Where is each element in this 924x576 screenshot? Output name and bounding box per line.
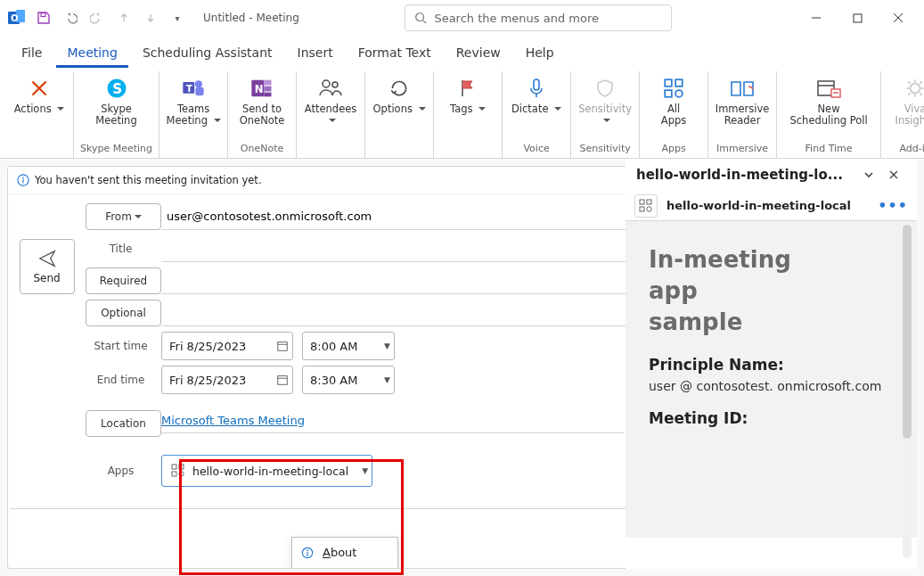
ribbon-options[interactable]: Options <box>372 71 427 115</box>
save-button[interactable] <box>32 5 55 30</box>
x-red-icon <box>28 75 51 102</box>
ribbon: Actions SSkypeMeetingSkype MeetingTTeams… <box>0 68 924 159</box>
calendar-icon <box>276 374 289 386</box>
svg-rect-50 <box>307 552 307 555</box>
minimize-button[interactable] <box>796 4 837 31</box>
ribbon-teams-meeting[interactable]: TTeamsMeeting <box>166 71 221 127</box>
tab-review[interactable]: Review <box>446 40 511 68</box>
ribbon-group-label: Sensitivity <box>579 141 630 158</box>
end-date-input[interactable]: Fri 8/25/2023 <box>161 366 293 394</box>
app-context-menu: About Settings Remove <box>291 537 398 568</box>
qat-customize[interactable]: ▾ <box>166 5 189 30</box>
ribbon-dictate[interactable]: Dictate <box>509 71 564 115</box>
ribbon-group-label: Voice <box>523 141 549 158</box>
ribbon-group-label: Immersive <box>716 141 768 158</box>
svg-text:S: S <box>112 81 122 97</box>
ribbon-skype-meeting[interactable]: SSkypeMeeting <box>89 71 144 127</box>
menu-about[interactable]: About <box>292 541 397 564</box>
ribbon-send-to-onenote[interactable]: NSend toOneNote <box>234 71 290 127</box>
svg-rect-33 <box>22 179 23 183</box>
ribbon-tags[interactable]: Tags <box>440 71 495 115</box>
panel-scrollbar[interactable] <box>903 225 912 558</box>
svg-point-55 <box>647 206 651 210</box>
svg-rect-53 <box>647 200 651 204</box>
reader-icon <box>729 75 756 102</box>
undo-button[interactable] <box>59 5 82 30</box>
side-panel: hello-world-in-meeting-lo... hello-world… <box>626 159 917 569</box>
flag-icon <box>457 75 478 102</box>
ribbon-group-label: OneNote <box>241 141 283 158</box>
from-button[interactable]: From <box>86 203 161 230</box>
ribbon-all-apps[interactable]: AllApps <box>646 71 701 127</box>
tab-help[interactable]: Help <box>515 40 565 68</box>
send-icon <box>37 249 57 268</box>
svg-text:T: T <box>186 83 193 94</box>
meeting-app-pill[interactable]: hello-world-in-meeting-local ▼ <box>161 455 372 487</box>
svg-point-20 <box>332 82 338 87</box>
info-text: You haven't sent this meeting invitation… <box>35 174 262 186</box>
ribbon-new-scheduling-poll[interactable]: NewScheduling Poll <box>783 71 874 127</box>
optional-button[interactable]: Optional <box>86 300 161 326</box>
panel-more-button[interactable]: ••• <box>878 197 908 214</box>
svg-text:N: N <box>255 83 264 95</box>
ribbon-group-label: Apps <box>661 141 685 158</box>
svg-rect-12 <box>195 87 203 95</box>
app-icon <box>171 464 185 478</box>
tab-meeting[interactable]: Meeting <box>56 40 127 68</box>
calendar-icon <box>276 340 289 352</box>
ribbon-immersive-reader[interactable]: ImmersiveReader <box>715 71 770 127</box>
panel-subtitle: hello-world-in-meeting-local <box>666 199 869 212</box>
close-icon <box>888 169 899 180</box>
start-time-label: Start time <box>86 340 161 352</box>
search-input[interactable]: Search the menus and more <box>405 4 672 31</box>
shield-icon <box>594 75 616 102</box>
svg-point-25 <box>675 90 683 97</box>
options-icon <box>388 75 411 102</box>
panel-close-button[interactable] <box>881 166 906 184</box>
svg-rect-44 <box>172 465 176 469</box>
ribbon-sensitivity[interactable]: Sensitivity <box>577 71 633 127</box>
svg-rect-24 <box>665 90 672 97</box>
principle-name-value: user @ contosotest. onmicrosoft.com <box>649 379 901 393</box>
tab-format-text[interactable]: Format Text <box>348 40 442 68</box>
search-placeholder: Search the menus and more <box>434 12 599 25</box>
ribbon-group-label: Skype Meeting <box>80 141 152 158</box>
ribbon-tabs: FileMeetingScheduling AssistantInsertFor… <box>0 36 924 68</box>
maximize-button[interactable] <box>837 4 878 31</box>
ribbon-actions[interactable]: Actions <box>12 71 67 115</box>
required-button[interactable]: Required <box>86 267 161 294</box>
next-item-button[interactable] <box>139 5 162 30</box>
svg-rect-15 <box>264 80 271 86</box>
ribbon-attendees[interactable]: Attendees <box>303 71 358 127</box>
close-button[interactable] <box>878 4 919 31</box>
sched-icon <box>815 75 842 102</box>
start-time-input[interactable]: 8:00 AM▼ <box>302 332 395 360</box>
location-button[interactable]: Location <box>86 410 161 437</box>
ribbon-group-label: Add-in <box>899 141 924 158</box>
send-button[interactable]: Send <box>20 239 75 294</box>
tab-insert[interactable]: Insert <box>287 40 344 68</box>
ribbon-viva-insights[interactable]: VivaInsights <box>887 71 924 127</box>
menu-settings[interactable]: Settings <box>292 564 397 568</box>
panel-title: hello-world-in-meeting-lo... <box>636 167 856 183</box>
end-time-input[interactable]: 8:30 AM▼ <box>302 366 395 394</box>
svg-point-32 <box>22 177 24 179</box>
attendees-icon <box>318 75 343 102</box>
meeting-id-label: Meeting ID: <box>649 409 901 427</box>
prev-item-button[interactable] <box>112 5 135 30</box>
tab-scheduling-assistant[interactable]: Scheduling Assistant <box>132 40 283 68</box>
panel-collapse-button[interactable] <box>856 166 881 184</box>
svg-rect-16 <box>264 86 271 92</box>
location-value[interactable]: Microsoft Teams Meeting <box>161 414 305 427</box>
svg-rect-7 <box>854 14 862 22</box>
search-icon <box>414 12 427 24</box>
redo-button[interactable] <box>86 5 109 30</box>
start-date-input[interactable]: Fri 8/25/2023 <box>161 332 293 360</box>
svg-rect-52 <box>640 200 644 204</box>
svg-rect-21 <box>534 79 539 90</box>
tab-file[interactable]: File <box>11 40 53 68</box>
ribbon-group-label: Find Time <box>805 141 853 158</box>
svg-point-47 <box>179 472 184 476</box>
apps-label: Apps <box>86 465 161 477</box>
svg-line-5 <box>423 21 427 24</box>
